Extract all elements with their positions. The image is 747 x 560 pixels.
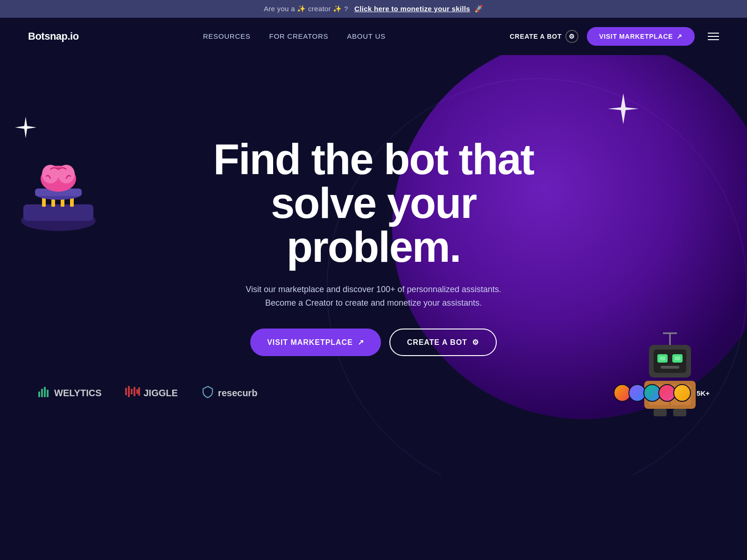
resecurb-icon	[201, 385, 214, 401]
svg-point-12	[58, 165, 75, 183]
hero-create-bot-button[interactable]: CREATE A BOT ⚙	[389, 329, 497, 356]
hamburger-line-1	[708, 33, 719, 34]
nav-item-resources[interactable]: RESOURCES	[203, 32, 251, 41]
visit-marketplace-nav-button[interactable]: VISIT MARKETPLACE ↗	[587, 27, 695, 46]
banner-emoji: 🚀	[474, 5, 483, 13]
svg-marker-0	[15, 117, 36, 138]
community-avatars: 5K+	[613, 384, 710, 402]
svg-rect-27	[654, 409, 667, 416]
create-bot-nav-label: CREATE A BOT	[510, 33, 562, 40]
hero-create-gear-icon: ⚙	[472, 338, 479, 347]
create-bot-nav-button[interactable]: CREATE A BOT ⚙	[510, 30, 578, 43]
hamburger-line-2	[708, 36, 719, 37]
hero-create-label: CREATE A BOT	[407, 338, 467, 347]
logo-welytics: WELYTICS	[37, 385, 102, 401]
svg-rect-35	[131, 389, 133, 394]
svg-point-11	[42, 165, 59, 183]
visit-marketplace-nav-label: VISIT MARKETPLACE	[599, 33, 673, 40]
jiggle-label: JIGGLE	[144, 388, 178, 399]
svg-rect-37	[136, 389, 138, 394]
logo-jiggle: JIGGLE	[125, 385, 178, 401]
welytics-label: WELYTICS	[54, 388, 102, 399]
star-right-decoration	[607, 92, 640, 132]
svg-rect-30	[41, 389, 43, 397]
brain-illustration	[14, 148, 103, 237]
hero-marketplace-arrow: ↗	[358, 338, 364, 347]
hero-subtitle-line1: Visit our marketplace and discover 100+ …	[246, 285, 501, 294]
hero-buttons: VISIT MARKETPLACE ↗ CREATE A BOT ⚙	[213, 329, 534, 356]
logo-resecurb: resecurb	[201, 385, 258, 401]
hamburger-menu[interactable]	[708, 33, 719, 40]
hero-content: Find the bot that solve your problem. Vi…	[213, 138, 534, 356]
resecurb-label: resecurb	[218, 388, 258, 399]
svg-rect-28	[673, 409, 686, 416]
svg-rect-19	[660, 357, 665, 360]
banner-text: Are you a ✨ creator ✨ ?	[264, 5, 348, 13]
svg-rect-32	[47, 390, 49, 397]
avatar-5	[673, 384, 691, 402]
community-count: 5K+	[697, 389, 710, 397]
hero-title-line2: solve your	[271, 179, 476, 227]
nav-item-for-creators[interactable]: FOR CREATORS	[269, 32, 329, 41]
hero-title-line1: Find the bot that	[213, 135, 534, 183]
logos-bar: WELYTICS JIGGLE	[9, 384, 738, 402]
navbar: Botsnap.io RESOURCES FOR CREATORS ABOUT …	[0, 18, 747, 55]
nav-item-about-us[interactable]: ABOUT US	[347, 32, 385, 41]
welytics-icon	[37, 385, 50, 401]
nav-menu: RESOURCES FOR CREATORS ABOUT US	[203, 32, 386, 41]
svg-rect-31	[44, 387, 46, 397]
svg-rect-29	[38, 392, 40, 397]
svg-rect-34	[128, 386, 130, 397]
gear-icon: ⚙	[565, 30, 578, 43]
svg-rect-20	[675, 357, 680, 360]
star-left-decoration	[14, 116, 37, 142]
svg-rect-36	[134, 387, 135, 396]
partner-logos: WELYTICS JIGGLE	[37, 385, 257, 401]
navbar-right: CREATE A BOT ⚙ VISIT MARKETPLACE ↗	[510, 27, 719, 46]
hero-marketplace-button[interactable]: VISIT MARKETPLACE ↗	[250, 329, 381, 356]
hero-subtitle-line2: Become a Creator to create and monetize …	[265, 298, 482, 308]
svg-marker-1	[608, 93, 639, 124]
hero-section: Find the bot that solve your problem. Vi…	[0, 55, 747, 475]
hero-marketplace-label: VISIT MARKETPLACE	[267, 338, 352, 347]
svg-rect-21	[661, 366, 679, 369]
banner-link[interactable]: Click here to monetize your skills	[354, 5, 470, 13]
top-banner: Are you a ✨ creator ✨ ? Click here to mo…	[0, 0, 747, 18]
hamburger-line-3	[708, 39, 719, 40]
hero-title: Find the bot that solve your problem.	[213, 138, 534, 269]
hero-subtitle: Visit our marketplace and discover 100+ …	[213, 283, 534, 310]
svg-rect-3	[23, 204, 93, 221]
jiggle-icon	[125, 385, 140, 401]
svg-rect-33	[125, 388, 127, 395]
logo[interactable]: Botsnap.io	[28, 30, 79, 42]
svg-rect-38	[138, 387, 140, 396]
robot-illustration	[630, 329, 710, 419]
arrow-icon: ↗	[677, 33, 683, 40]
hero-title-line3: problem.	[287, 223, 460, 271]
